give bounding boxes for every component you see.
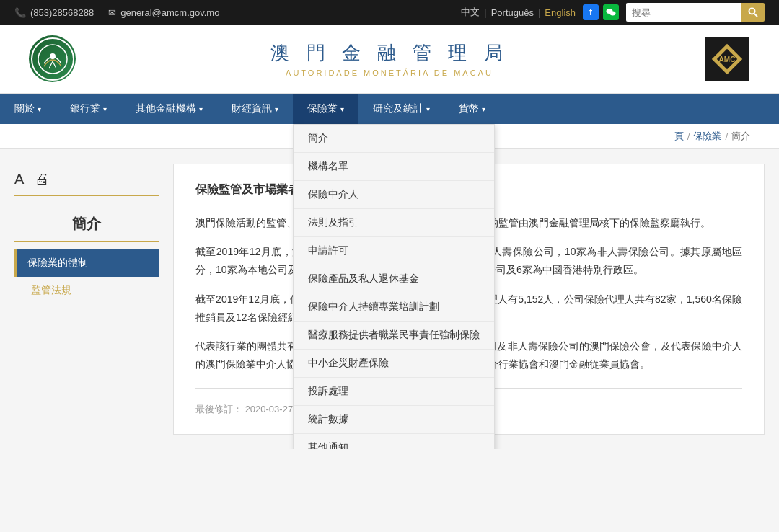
lang-cn[interactable]: 中文	[461, 6, 480, 19]
dropdown-item-intermediary[interactable]: 保險中介人	[294, 181, 494, 209]
search-button[interactable]	[741, 3, 765, 22]
dropdown-item-training[interactable]: 保險中介人持續專業培訓計劃	[294, 293, 494, 322]
sidebar-item-structure[interactable]: 保險業的體制	[14, 249, 159, 277]
nav-financial-info[interactable]: 財經資訊 ▾	[217, 94, 293, 124]
top-bar-left: 📞 (853)28568288 ✉ general@amcm.gov.mo	[14, 7, 219, 18]
nav-other-finance[interactable]: 其他金融機構 ▾	[121, 94, 217, 124]
main-nav: 關於 ▾ 銀行業 ▾ 其他金融機構 ▾ 財經資訊 ▾ 保險業 ▾ 簡介 機構名單…	[0, 94, 779, 124]
facebook-icon[interactable]: f	[583, 4, 599, 20]
search-bar	[626, 3, 765, 22]
nav-about-label: 關於	[14, 102, 35, 115]
dropdown-item-intro[interactable]: 簡介	[294, 125, 494, 153]
dropdown-item-laws[interactable]: 法則及指引	[294, 209, 494, 237]
chevron-down-icon: ▾	[340, 105, 344, 113]
search-input[interactable]	[626, 3, 741, 22]
insurance-dropdown: 簡介 機構名單 保險中介人 法則及指引 申請許可 保險產品及私人退休基金 保險中…	[293, 124, 495, 449]
dropdown-item-notices[interactable]: 其他通知	[294, 434, 494, 449]
svg-point-1	[610, 12, 616, 16]
nav-currency-label: 貨幣	[459, 102, 479, 115]
email-address: general@amcm.gov.mo	[120, 7, 219, 18]
phone-icon: 📞	[14, 7, 26, 18]
wechat-icon[interactable]	[603, 4, 619, 20]
header-title: 澳 門 金 融 管 理 局 AUTORIDADE MONETÁRIA DE MA…	[270, 40, 508, 77]
svg-point-5	[50, 53, 56, 59]
nav-research[interactable]: 研究及統計 ▾	[358, 94, 444, 124]
dropdown-item-org-list[interactable]: 機構名單	[294, 153, 494, 181]
header-logo-left	[29, 35, 76, 82]
macau-logo-inner	[31, 37, 74, 81]
title-portuguese: AUTORIDADE MONETÁRIA DE MACAU	[270, 68, 508, 77]
dropdown-item-apply[interactable]: 申請許可	[294, 237, 494, 265]
email-icon: ✉	[108, 7, 116, 18]
nav-insurance-label: 保險業	[307, 102, 338, 115]
chevron-down-icon: ▾	[38, 105, 41, 113]
dropdown-item-sme[interactable]: 中小企災財產保險	[294, 350, 494, 378]
nav-insurance[interactable]: 保險業 ▾ 簡介 機構名單 保險中介人 法則及指引 申請許可 保險產品及私人退休…	[293, 94, 358, 124]
nav-other-finance-label: 其他金融機構	[136, 102, 196, 115]
nav-research-label: 研究及統計	[373, 102, 423, 115]
breadcrumb-current: 簡介	[731, 130, 750, 143]
dropdown-item-complaints[interactable]: 投訴處理	[294, 378, 494, 406]
font-size-icon[interactable]: A	[14, 171, 24, 187]
sidebar-tools: A 🖨	[14, 164, 159, 196]
chevron-down-icon: ▾	[275, 105, 278, 113]
chevron-down-icon: ▾	[199, 105, 203, 113]
sidebar-item-regulations[interactable]: 監管法規	[14, 277, 159, 304]
sidebar-title: 簡介	[14, 207, 159, 242]
dropdown-item-medical[interactable]: 醫療服務提供者職業民事責任強制保險	[294, 322, 494, 350]
lang-en[interactable]: English	[545, 7, 576, 18]
email-info: ✉ general@amcm.gov.mo	[108, 7, 219, 18]
amcm-logo-right: AMC	[703, 35, 750, 82]
last-modified-label: 最後修訂：	[195, 404, 242, 414]
svg-point-2	[749, 9, 755, 14]
nav-financial-info-label: 財經資訊	[232, 102, 272, 115]
phone-number: (853)28568288	[30, 7, 94, 18]
header: 澳 門 金 融 管 理 局 AUTORIDADE MONETÁRIA DE MA…	[0, 25, 779, 94]
dropdown-item-products[interactable]: 保險產品及私人退休基金	[294, 265, 494, 293]
svg-line-3	[754, 14, 757, 17]
top-bar-right: 中文 | Português | English f	[461, 3, 765, 22]
breadcrumb-home[interactable]: 頁	[674, 130, 684, 143]
lang-pt[interactable]: Português	[491, 7, 534, 18]
language-switcher: 中文 | Português | English	[461, 6, 576, 19]
print-icon[interactable]: 🖨	[35, 171, 49, 187]
nav-banking-label: 銀行業	[70, 102, 100, 115]
breadcrumb-section[interactable]: 保險業	[693, 130, 721, 143]
top-bar: 📞 (853)28568288 ✉ general@amcm.gov.mo 中文…	[0, 0, 779, 25]
svg-text:AMC: AMC	[718, 56, 735, 63]
dropdown-item-stats[interactable]: 統計數據	[294, 406, 494, 434]
macau-logo	[29, 35, 76, 82]
nav-banking[interactable]: 銀行業 ▾	[56, 94, 121, 124]
title-chinese: 澳 門 金 融 管 理 局	[270, 40, 508, 66]
chevron-down-icon: ▾	[426, 105, 430, 113]
lang-divider2: |	[538, 7, 540, 18]
sidebar: A 🖨 簡介 保險業的體制 監管法規	[14, 164, 159, 435]
nav-about[interactable]: 關於 ▾	[0, 94, 56, 124]
breadcrumb-sep2: /	[725, 131, 728, 142]
phone-info: 📞 (853)28568288	[14, 7, 94, 18]
breadcrumb-sep1: /	[687, 131, 690, 142]
chevron-down-icon: ▾	[482, 105, 485, 113]
chevron-down-icon: ▾	[103, 105, 107, 113]
lang-divider: |	[484, 7, 486, 18]
nav-currency[interactable]: 貨幣 ▾	[444, 94, 500, 124]
social-icons: f	[583, 4, 619, 20]
